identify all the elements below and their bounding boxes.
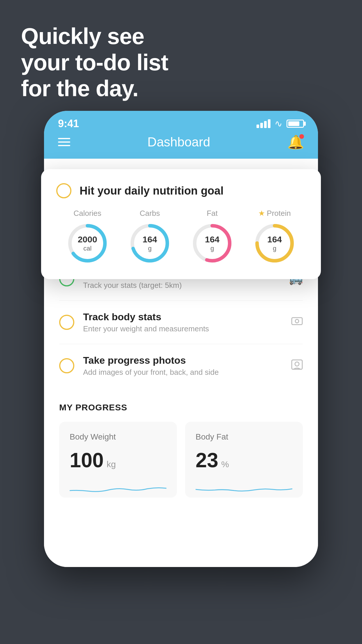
todo-item-progress-photos[interactable]: Take progress photos Add images of your … <box>59 344 303 387</box>
nutrition-fat: Fat 164 g <box>190 209 234 265</box>
body-stats-icon <box>291 315 303 330</box>
body-fat-sparkline <box>196 479 292 496</box>
carbs-value: 164 <box>143 234 157 245</box>
hamburger-menu-button[interactable] <box>58 138 70 146</box>
popup-checkbox[interactable] <box>56 183 71 198</box>
body-fat-unit: % <box>221 459 229 469</box>
star-icon: ★ <box>258 209 265 218</box>
todo-text-body-stats: Track body stats Enter your weight and m… <box>83 311 282 333</box>
notification-bell-button[interactable]: 🔔 <box>287 134 304 150</box>
fat-unit: g <box>205 245 219 252</box>
protein-label-row: ★ Protein <box>258 209 291 218</box>
nutrition-calories: Calories 2000 cal <box>66 209 109 265</box>
todo-subtitle-body-stats: Enter your weight and measurements <box>83 324 282 333</box>
status-time: 9:41 <box>58 118 79 130</box>
progress-cards: Body Weight 100 kg Body Fat 23 <box>59 422 303 498</box>
popup-title: Hit your daily nutrition goal <box>80 185 224 197</box>
nutrition-row: Calories 2000 cal Carbs <box>56 209 306 265</box>
calories-donut: 2000 cal <box>66 221 109 265</box>
todo-checkbox-body-stats[interactable] <box>59 315 74 330</box>
protein-unit: g <box>267 245 282 252</box>
wifi-icon: ∿ <box>275 118 282 129</box>
protein-donut: 164 g <box>253 221 296 265</box>
calories-value: 2000 <box>78 234 97 245</box>
protein-label: Protein <box>267 209 291 218</box>
body-weight-label: Body Weight <box>70 432 166 442</box>
status-bar: 9:41 ∿ <box>44 111 318 131</box>
headline-text: Quickly see your to-do list for the day. <box>21 23 168 102</box>
calories-label: Calories <box>73 209 101 218</box>
svg-rect-0 <box>292 318 302 325</box>
carbs-donut: 164 g <box>128 221 172 265</box>
carbs-unit: g <box>143 245 157 252</box>
signal-icon <box>256 119 270 128</box>
body-fat-value-row: 23 % <box>196 449 292 472</box>
popup-title-row: Hit your daily nutrition goal <box>56 183 306 198</box>
body-weight-value: 100 <box>70 449 104 472</box>
notification-dot <box>299 134 304 139</box>
todo-subtitle-progress-photos: Add images of your front, back, and side <box>83 368 282 377</box>
body-fat-card: Body Fat 23 % <box>185 422 303 498</box>
todo-text-progress-photos: Take progress photos Add images of your … <box>83 355 282 377</box>
progress-photo-icon <box>291 359 303 373</box>
svg-point-1 <box>295 319 299 323</box>
svg-point-3 <box>295 362 299 366</box>
body-weight-value-row: 100 kg <box>70 449 166 472</box>
body-fat-label: Body Fat <box>196 432 292 442</box>
background: Quickly see your to-do list for the day.… <box>0 0 362 644</box>
fat-value: 164 <box>205 234 219 245</box>
nav-bar: Dashboard 🔔 <box>44 131 318 159</box>
fat-label: Fat <box>207 209 218 218</box>
progress-section-header: MY PROGRESS <box>59 402 303 412</box>
nav-title: Dashboard <box>147 135 210 149</box>
carbs-label: Carbs <box>140 209 160 218</box>
progress-section: MY PROGRESS Body Weight 100 kg <box>44 387 318 509</box>
todo-title-progress-photos: Take progress photos <box>83 355 282 366</box>
battery-icon <box>287 120 304 128</box>
fat-donut: 164 g <box>190 221 234 265</box>
body-weight-sparkline <box>70 479 166 496</box>
nutrition-carbs: Carbs 164 g <box>128 209 172 265</box>
todo-subtitle-running: Track your stats (target: 5km) <box>83 281 280 290</box>
body-weight-card: Body Weight 100 kg <box>59 422 177 498</box>
body-fat-value: 23 <box>196 449 218 472</box>
nutrition-popup-card: Hit your daily nutrition goal Calories 2… <box>41 169 321 279</box>
nutrition-protein: ★ Protein 164 g <box>253 209 296 265</box>
todo-item-body-stats[interactable]: Track body stats Enter your weight and m… <box>59 301 303 344</box>
todo-title-body-stats: Track body stats <box>83 311 282 323</box>
status-icons: ∿ <box>256 118 304 129</box>
todo-checkbox-progress-photos[interactable] <box>59 358 74 373</box>
protein-value: 164 <box>267 234 282 245</box>
calories-unit: cal <box>78 245 97 252</box>
body-weight-unit: kg <box>107 459 116 469</box>
